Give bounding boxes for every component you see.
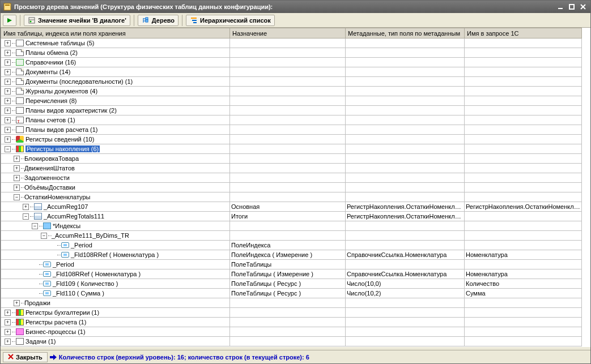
tree-row[interactable]: +Регистры расчета (1) xyxy=(1,318,582,327)
run-button[interactable] xyxy=(3,15,16,26)
expand-toggle xyxy=(32,262,38,268)
hierarchical-list-button[interactable]: Иерархический список xyxy=(186,15,275,26)
tree-row[interactable]: +Продажи xyxy=(1,298,582,308)
cell-value-button[interactable]: Значение ячейки 'В диалоге' xyxy=(24,15,130,26)
col-header-query-name[interactable]: Имя в запросе 1С xyxy=(465,28,582,38)
tree-row[interactable]: −ОстаткиНоменклатуры xyxy=(1,192,582,202)
tree-row[interactable]: +Регистры бухгалтерии (1) xyxy=(1,308,582,318)
expand-toggle[interactable]: − xyxy=(23,213,29,220)
cell-c2 xyxy=(346,192,465,202)
expand-toggle[interactable]: + xyxy=(5,108,11,114)
tree-row[interactable]: +БлокировкаТовара xyxy=(1,154,582,164)
titlebar: Просмотр дерева значений (Структура физи… xyxy=(1,1,590,13)
close-window-button[interactable]: Закрыть xyxy=(3,352,48,362)
col-header-metadata[interactable]: Метаданные, тип поля по метаданным xyxy=(346,28,465,38)
expand-toggle[interactable]: + xyxy=(5,69,11,75)
col-header-purpose[interactable]: Назначение xyxy=(230,28,346,38)
tree-row[interactable]: +Справочники (16) xyxy=(1,58,582,67)
tree-row[interactable]: +Задачи (1) xyxy=(1,337,582,346)
node-label: Журналы документов (4) xyxy=(25,88,97,95)
tree-row[interactable]: −*Индексы xyxy=(1,221,582,231)
cell-c1 xyxy=(230,67,346,77)
tree-row[interactable]: _Fld110 ( Сумма )ПолеТаблицы ( Ресурс )Ч… xyxy=(1,289,582,298)
field-icon xyxy=(42,289,52,297)
tree-row[interactable]: +Бизнес-процессы (1) xyxy=(1,327,582,337)
cell-c3 xyxy=(465,164,582,173)
expand-toggle[interactable]: + xyxy=(14,156,20,162)
close-button[interactable] xyxy=(578,2,588,11)
tree-row[interactable]: +Задолженности xyxy=(1,173,582,183)
reg-icon xyxy=(15,145,24,153)
cell-c1 xyxy=(230,337,346,346)
col-header-name[interactable]: Имя таблицы, индекса или поля хранения xyxy=(1,28,230,38)
close-icon xyxy=(8,354,14,361)
expand-toggle[interactable]: + xyxy=(5,50,11,56)
tree-row[interactable]: _Fld109 ( Количество )ПолеТаблицы ( Ресу… xyxy=(1,279,582,289)
svg-point-9 xyxy=(30,20,32,22)
node-label: Документы (последовательности) (1) xyxy=(25,78,133,85)
tree-row[interactable]: +Планы видов характеристик (2) xyxy=(1,106,582,115)
expand-toggle[interactable]: + xyxy=(5,79,11,85)
expand-toggle[interactable]: + xyxy=(14,175,20,181)
tree-row[interactable]: −_AccumRegTotals111ИтогиРегистрНакоплени… xyxy=(1,212,582,221)
tree-row[interactable]: +Документы (последовательности) (1) xyxy=(1,77,582,87)
expand-toggle[interactable]: + xyxy=(5,310,11,316)
minimize-button[interactable] xyxy=(555,2,566,11)
expand-toggle[interactable]: − xyxy=(41,233,47,239)
tree-row[interactable]: +Журналы документов (4) xyxy=(1,87,582,96)
cell-c3: РегистрНакопления.ОстаткиНоменклат... xyxy=(465,202,582,212)
cell-c1: ПолеИндекса ( Измерение ) xyxy=(230,250,346,260)
cell-c3 xyxy=(465,212,582,221)
tree-row[interactable]: +_AccumReg107ОсновнаяРегистрНакопления.О… xyxy=(1,202,582,212)
expand-toggle[interactable]: + xyxy=(5,117,11,123)
tree-row[interactable]: +Документы (14) xyxy=(1,67,582,77)
expand-toggle[interactable]: − xyxy=(14,194,20,200)
tree-row[interactable]: −_AccumRe111_ByDims_TR xyxy=(1,231,582,241)
maximize-button[interactable] xyxy=(567,2,577,11)
cell-c3: Сумма xyxy=(465,289,582,298)
expand-toggle[interactable]: − xyxy=(32,223,38,229)
expand-toggle[interactable]: + xyxy=(5,329,11,335)
expand-toggle[interactable]: + xyxy=(5,59,11,66)
tree-row[interactable]: _PeriodПолеТаблицы xyxy=(1,260,582,269)
tree-grid-scroll[interactable]: Имя таблицы, индекса или поля хранения Н… xyxy=(1,28,590,346)
row-count-summary: Количество строк (верхний уровень): 16; … xyxy=(50,354,309,361)
expand-toggle[interactable]: + xyxy=(5,127,11,133)
field-icon xyxy=(42,270,52,278)
cell-c1 xyxy=(230,183,346,192)
tree-row[interactable]: +Планы обмена (2) xyxy=(1,48,582,58)
expand-toggle[interactable]: + xyxy=(5,40,11,46)
expand-toggle[interactable]: + xyxy=(5,88,11,95)
tree-row[interactable]: +Перечисления (8) xyxy=(1,96,582,106)
tree-row[interactable]: +ОбъёмыДоставки xyxy=(1,183,582,192)
expand-toggle[interactable]: + xyxy=(5,136,11,143)
tree-row[interactable]: +Планы видов расчета (1) xyxy=(1,125,582,135)
expand-toggle[interactable]: + xyxy=(14,185,20,191)
tree-row[interactable]: _Fld108RRef ( Номенклатура )ПолеИндекса … xyxy=(1,250,582,260)
field-icon xyxy=(61,251,70,259)
tree-row[interactable]: +Регистры сведений (10) xyxy=(1,135,582,144)
expand-toggle[interactable]: + xyxy=(5,319,11,326)
tree-row[interactable]: +Системные таблицы (5) xyxy=(1,38,582,48)
cell-c1 xyxy=(230,327,346,337)
doc-icon xyxy=(15,68,24,76)
enum-icon xyxy=(15,106,24,114)
tree-row[interactable]: −Регистры накопления (6) xyxy=(1,144,582,154)
expand-toggle[interactable]: + xyxy=(14,165,20,172)
tree-row[interactable]: +ДвиженияШтатов xyxy=(1,164,582,173)
expand-toggle[interactable]: + xyxy=(5,339,11,345)
expand-toggle[interactable]: + xyxy=(5,98,11,104)
cell-c3 xyxy=(465,135,582,144)
t-icon xyxy=(15,116,24,124)
cell-c1: ПолеТаблицы ( Измерение ) xyxy=(230,269,346,279)
expand-toggle[interactable]: + xyxy=(14,300,20,306)
tree-row[interactable]: _PeriodПолеИндекса xyxy=(1,241,582,250)
cell-c3 xyxy=(465,327,582,337)
tree-row[interactable]: _Fld108RRef ( Номенклатура )ПолеТаблицы … xyxy=(1,269,582,279)
cell-c3 xyxy=(465,48,582,58)
cell-c2 xyxy=(346,308,465,318)
expand-toggle[interactable]: − xyxy=(5,146,11,152)
tree-row[interactable]: +Планы счетов (1) xyxy=(1,115,582,125)
expand-toggle[interactable]: + xyxy=(23,204,29,210)
tree-button[interactable]: Дерево xyxy=(138,15,178,26)
